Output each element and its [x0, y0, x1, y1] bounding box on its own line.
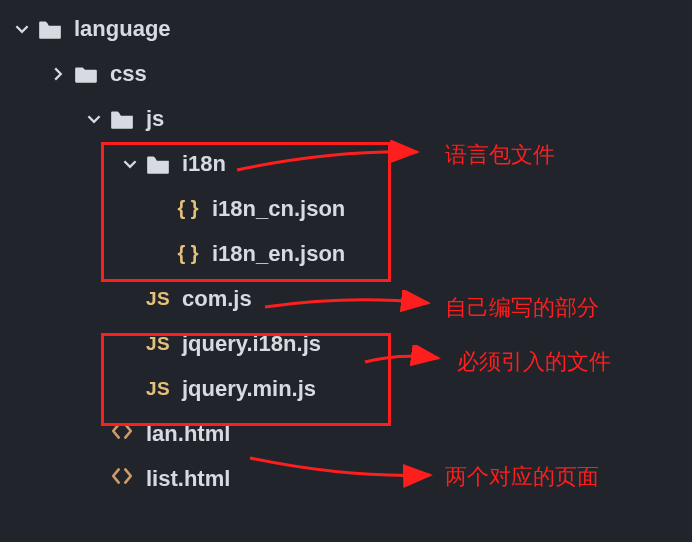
folder-label: css	[110, 61, 147, 87]
folder-open-icon	[36, 15, 64, 43]
tree-folder-js[interactable]: js	[4, 96, 692, 141]
file-label: i18n_cn.json	[212, 196, 345, 222]
folder-open-icon	[108, 105, 136, 133]
folder-label: js	[146, 106, 164, 132]
folder-label: i18n	[182, 151, 226, 177]
file-label: lan.html	[146, 421, 230, 447]
html-icon	[108, 465, 136, 493]
chevron-down-icon	[118, 152, 142, 176]
folder-open-icon	[144, 150, 172, 178]
js-icon: JS	[144, 378, 172, 400]
annotation-text: 两个对应的页面	[445, 462, 599, 492]
tree-folder-css[interactable]: css	[4, 51, 692, 96]
html-icon	[108, 420, 136, 448]
file-tree: language css js i18n { } i18n_cn.json {	[0, 0, 692, 501]
chevron-down-icon	[10, 17, 34, 41]
json-icon: { }	[174, 197, 202, 220]
folder-label: language	[74, 16, 171, 42]
json-icon: { }	[174, 242, 202, 265]
file-label: com.js	[182, 286, 252, 312]
chevron-down-icon	[82, 107, 106, 131]
folder-icon	[72, 60, 100, 88]
file-label: jquery.i18n.js	[182, 331, 321, 357]
tree-file-json[interactable]: { } i18n_cn.json	[4, 186, 692, 231]
chevron-right-icon	[46, 62, 70, 86]
file-label: jquery.min.js	[182, 376, 316, 402]
js-icon: JS	[144, 333, 172, 355]
annotation-text: 语言包文件	[445, 140, 555, 170]
file-label: i18n_en.json	[212, 241, 345, 267]
tree-folder-root[interactable]: language	[4, 6, 692, 51]
file-label: list.html	[146, 466, 230, 492]
annotation-text: 必须引入的文件	[457, 347, 611, 377]
tree-file-json[interactable]: { } i18n_en.json	[4, 231, 692, 276]
js-icon: JS	[144, 288, 172, 310]
tree-file-html[interactable]: . lan.html	[4, 411, 692, 456]
annotation-text: 自己编写的部分	[445, 293, 599, 323]
tree-folder-i18n[interactable]: i18n	[4, 141, 692, 186]
